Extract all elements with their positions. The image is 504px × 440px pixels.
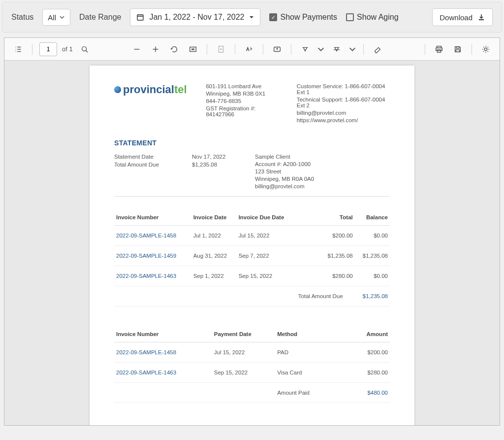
toolbar-separator xyxy=(291,44,291,55)
payment-date: Jul 15, 2022 xyxy=(212,342,275,363)
invoice-balance: $0.00 xyxy=(355,226,390,246)
company-web: https://www.provtel.com/ xyxy=(297,117,390,123)
download-button[interactable]: Download xyxy=(432,8,493,26)
company-cs: Customer Service: 1-866-607-0004 Ext 1 xyxy=(297,83,390,95)
svg-rect-1 xyxy=(479,19,484,20)
company-address: 601-191 Lombard Ave Winnipeg, MB R3B 0X1… xyxy=(206,83,278,123)
client-addr1: 123 Street xyxy=(255,169,390,174)
statement-heading: STATEMENT xyxy=(114,139,390,147)
page-of-label: of 1 xyxy=(62,45,73,53)
showpayments-label: Show Payments xyxy=(280,13,337,22)
table-row: 2022-09-SAMPLE-1459 Aug 31, 2022 Sep 7, … xyxy=(114,246,390,266)
toolbar-separator xyxy=(425,44,425,55)
paid-row: Amount Paid $480.00 xyxy=(114,383,390,403)
page-input[interactable] xyxy=(39,42,57,56)
document-page: provincialtel 601-191 Lombard Ave Winnip… xyxy=(90,66,414,425)
svg-rect-0 xyxy=(137,15,143,20)
search-icon[interactable] xyxy=(78,42,92,56)
svg-rect-8 xyxy=(437,49,441,52)
showaging-checkbox[interactable] xyxy=(346,13,354,21)
invoice-total: $200.00 xyxy=(296,226,355,246)
col-invoice-number: Invoice Number xyxy=(114,326,212,342)
textsize-icon[interactable] xyxy=(242,42,256,56)
pdf-viewer: of 1 xyxy=(4,37,500,426)
daterange-select[interactable]: Jan 1, 2022 - Nov 17, 2022 xyxy=(130,8,260,26)
dropdown-icon[interactable] xyxy=(348,42,356,56)
invoice-total: $280.00 xyxy=(296,266,355,286)
toolbar-separator xyxy=(32,44,32,55)
total-row: Total Amount Due $1,235.08 xyxy=(114,286,390,306)
logo-text-a: provincial xyxy=(123,83,174,96)
strike-icon[interactable] xyxy=(330,42,344,56)
daterange-value: Jan 1, 2022 - Nov 17, 2022 xyxy=(149,13,244,22)
total-amount-label: Total Amount Due xyxy=(296,286,355,306)
table-row: 2022-09-SAMPLE-1463 Sep 15, 2022 Visa Ca… xyxy=(114,363,390,383)
total-amount-value: $1,235.08 xyxy=(355,286,390,306)
daterange-label: Date Range xyxy=(79,13,121,22)
invoice-due: Sep 15, 2022 xyxy=(237,266,296,286)
company-contact: Customer Service: 1-866-607-0004 Ext 1 T… xyxy=(297,83,390,123)
invoice-link[interactable]: 2022-09-SAMPLE-1463 xyxy=(114,363,212,383)
gear-icon[interactable] xyxy=(479,42,493,56)
company-gst: GST Registration #: 841427966 xyxy=(206,105,278,117)
payment-method: Visa Card xyxy=(275,363,331,383)
zoom-in-icon[interactable] xyxy=(149,42,162,56)
col-invoice-number: Invoice Number xyxy=(114,209,191,226)
client-account: Account #: A200-1000 xyxy=(255,161,390,167)
invoice-total: $1,235.08 xyxy=(296,246,355,266)
invoice-due: Jul 15, 2022 xyxy=(237,226,296,246)
dropdown-icon[interactable] xyxy=(317,42,325,56)
toolbar-separator xyxy=(363,44,364,55)
statement-meta: Statement Date Nov 17, 2022 Sample Clien… xyxy=(114,154,390,197)
invoice-link[interactable]: 2022-09-SAMPLE-1459 xyxy=(114,246,191,266)
col-method: Method xyxy=(275,326,331,342)
status-select[interactable]: All xyxy=(42,9,70,26)
logo-icon xyxy=(114,86,121,93)
textbox-icon[interactable] xyxy=(270,42,284,56)
col-due-date: Invoice Due Date xyxy=(237,209,296,226)
invoice-link[interactable]: 2022-09-SAMPLE-1458 xyxy=(114,342,212,363)
svg-point-2 xyxy=(82,46,86,51)
chevron-down-icon xyxy=(59,14,65,20)
stmt-amount-label: Total Amount Due xyxy=(114,162,183,168)
viewer-toolbar: of 1 xyxy=(4,38,500,61)
client-addr2: Winnipeg, MB R0A 0A0 xyxy=(255,176,390,182)
client-email: billing@provtel.com xyxy=(255,183,390,189)
highlight-icon[interactable] xyxy=(298,42,312,56)
addpage-icon[interactable] xyxy=(214,42,228,56)
print-icon[interactable] xyxy=(432,42,446,56)
stmt-amount-value: $1,235.08 xyxy=(192,162,246,168)
payment-method: PAD xyxy=(275,342,331,363)
svg-rect-10 xyxy=(456,49,459,52)
showaging-group: Show Aging xyxy=(346,13,399,22)
amount-paid-label: Amount Paid xyxy=(275,383,331,403)
stmt-date-value: Nov 17, 2022 xyxy=(192,154,246,160)
col-amount: Amount xyxy=(331,326,390,342)
pagelist-icon[interactable] xyxy=(11,42,25,56)
invoice-link[interactable]: 2022-09-SAMPLE-1463 xyxy=(114,266,191,286)
status-value: All xyxy=(48,13,56,22)
save-icon[interactable] xyxy=(451,42,465,56)
col-payment-date: Payment Date xyxy=(212,326,275,342)
erase-icon[interactable] xyxy=(371,42,384,56)
toolbar-separator xyxy=(263,44,263,55)
table-row: 2022-09-SAMPLE-1458 Jul 1, 2022 Jul 15, … xyxy=(114,226,390,246)
fitpage-icon[interactable] xyxy=(186,42,200,56)
company-logo: provincialtel xyxy=(114,83,192,96)
toolbar-separator xyxy=(472,44,472,55)
rotate-icon[interactable] xyxy=(167,42,181,56)
client-block: Sample Client Account #: A200-1000 123 S… xyxy=(255,154,390,189)
zoom-out-icon[interactable] xyxy=(130,42,144,56)
company-phone: 844-776-8835 xyxy=(206,98,278,104)
invoice-date: Jul 1, 2022 xyxy=(191,226,237,246)
client-name: Sample Client xyxy=(255,154,390,160)
showaging-label: Show Aging xyxy=(357,13,399,22)
table-row: 2022-09-SAMPLE-1458 Jul 15, 2022 PAD $20… xyxy=(114,342,390,363)
toolbar-separator xyxy=(207,44,207,55)
document-area[interactable]: provincialtel 601-191 Lombard Ave Winnip… xyxy=(4,61,500,425)
invoice-date: Sep 1, 2022 xyxy=(191,266,237,286)
showpayments-checkbox[interactable] xyxy=(269,13,277,21)
invoice-due: Sep 7, 2022 xyxy=(237,246,296,266)
showpayments-group: Show Payments xyxy=(269,13,337,22)
invoice-link[interactable]: 2022-09-SAMPLE-1458 xyxy=(114,226,191,246)
